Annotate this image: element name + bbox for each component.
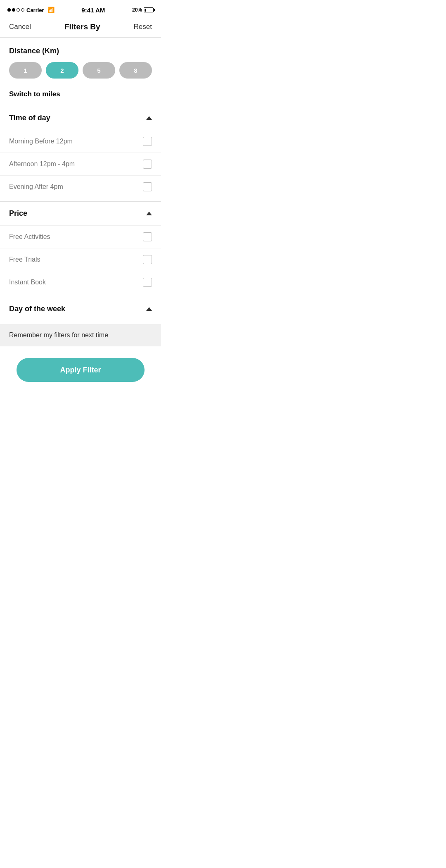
morning-item[interactable]: Morning Before 12pm: [0, 130, 161, 153]
spacer-2: [0, 293, 161, 297]
price-section: Price Free Activities Free Trials Instan…: [0, 201, 161, 293]
page-title: Filters By: [64, 22, 100, 31]
battery-icon: [144, 7, 154, 12]
morning-checkbox[interactable]: [143, 137, 152, 146]
afternoon-checkbox[interactable]: [143, 160, 152, 169]
status-time: 9:41 AM: [81, 7, 105, 14]
signal-dot-3: [17, 8, 20, 12]
battery-body: [144, 7, 154, 12]
status-bar: Carrier 📶 9:41 AM 20%: [0, 0, 161, 18]
day-of-week-header[interactable]: Day of the week: [0, 297, 161, 321]
apply-button-container: Apply Filter: [0, 346, 161, 398]
time-of-day-section: Time of day Morning Before 12pm Afternoo…: [0, 106, 161, 198]
distance-pill-2[interactable]: 2: [46, 62, 78, 79]
price-chevron-icon: [146, 212, 152, 215]
afternoon-item[interactable]: Afternoon 12pm - 4pm: [0, 153, 161, 175]
battery-percent: 20%: [132, 7, 142, 13]
signal-dot-4: [21, 8, 24, 12]
cancel-button[interactable]: Cancel: [9, 23, 31, 31]
time-of-day-title: Time of day: [9, 114, 50, 122]
remember-section[interactable]: Remember my filters for next time: [0, 324, 161, 346]
evening-item[interactable]: Evening After 4pm: [0, 175, 161, 198]
header: Cancel Filters By Reset: [0, 18, 161, 37]
apply-filter-button[interactable]: Apply Filter: [17, 358, 145, 382]
price-title: Price: [9, 209, 27, 218]
battery-fill: [145, 9, 146, 12]
spacer-1: [0, 198, 161, 201]
day-of-week-chevron-icon: [146, 307, 152, 311]
signal-dot-1: [7, 8, 11, 12]
distance-pill-5[interactable]: 5: [83, 62, 115, 79]
free-activities-label: Free Activities: [9, 233, 50, 241]
price-header[interactable]: Price: [0, 202, 161, 225]
evening-checkbox[interactable]: [143, 182, 152, 191]
distance-section-title: Distance (Km): [9, 47, 152, 55]
distance-pill-8[interactable]: 8: [119, 62, 152, 79]
instant-book-label: Instant Book: [9, 279, 46, 286]
signal-dot-2: [12, 8, 15, 12]
distance-pill-1[interactable]: 1: [9, 62, 42, 79]
day-of-week-section: Day of the week: [0, 297, 161, 321]
evening-label: Evening After 4pm: [9, 183, 63, 191]
free-trials-item[interactable]: Free Trials: [0, 248, 161, 271]
time-of-day-chevron-icon: [146, 116, 152, 120]
instant-book-item[interactable]: Instant Book: [0, 271, 161, 293]
distance-pills: 1 2 5 8: [9, 62, 152, 79]
remember-label: Remember my filters for next time: [9, 331, 108, 339]
signal-dots: [7, 8, 24, 12]
free-activities-checkbox[interactable]: [143, 232, 152, 241]
time-of-day-header[interactable]: Time of day: [0, 106, 161, 130]
morning-label: Morning Before 12pm: [9, 138, 73, 145]
afternoon-label: Afternoon 12pm - 4pm: [9, 160, 75, 168]
wifi-icon: 📶: [47, 7, 55, 13]
switch-miles-section[interactable]: Switch to miles: [0, 83, 161, 106]
day-of-week-title: Day of the week: [9, 305, 65, 313]
free-trials-label: Free Trials: [9, 256, 40, 263]
status-left: Carrier 📶: [7, 7, 55, 13]
status-right: 20%: [132, 7, 154, 13]
distance-section: Distance (Km) 1 2 5 8: [0, 38, 161, 83]
free-trials-checkbox[interactable]: [143, 255, 152, 264]
instant-book-checkbox[interactable]: [143, 278, 152, 287]
reset-button[interactable]: Reset: [134, 23, 152, 31]
free-activities-item[interactable]: Free Activities: [0, 225, 161, 248]
carrier-label: Carrier: [26, 7, 44, 13]
switch-miles-label: Switch to miles: [9, 90, 60, 98]
